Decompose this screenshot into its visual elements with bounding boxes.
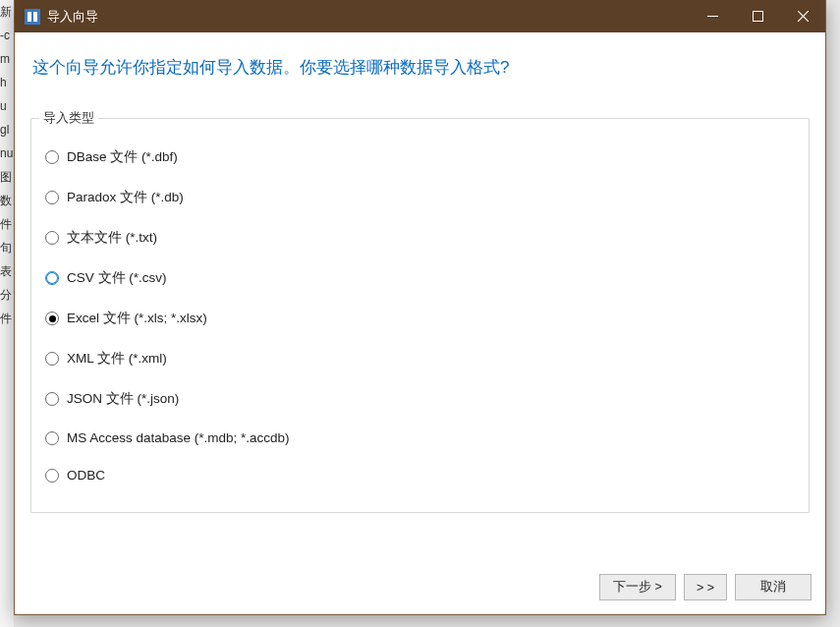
- radio-indicator[interactable]: [45, 312, 59, 325]
- radio-label: 文本文件 (*.txt): [67, 229, 157, 247]
- radio-label: MS Access database (*.mdb; *.accdb): [67, 430, 290, 445]
- skip-forward-button[interactable]: > >: [684, 574, 727, 600]
- radio-label: JSON 文件 (*.json): [67, 390, 179, 408]
- radio-indicator[interactable]: [45, 231, 59, 245]
- background-fragment: 图: [0, 165, 14, 189]
- radio-option[interactable]: 文本文件 (*.txt): [45, 219, 795, 256]
- close-icon: [798, 11, 809, 22]
- radio-indicator[interactable]: [45, 469, 59, 483]
- radio-option[interactable]: CSV 文件 (*.csv): [45, 259, 795, 297]
- title-bar: 导入向导: [15, 0, 825, 32]
- background-text-sliver: 新-cmhuglnu图数件旬表分件: [0, 0, 14, 627]
- background-fragment: nu: [0, 142, 14, 165]
- radio-option[interactable]: XML 文件 (*.xml): [45, 340, 795, 377]
- radio-indicator[interactable]: [45, 352, 59, 366]
- background-fragment: 旬: [0, 236, 14, 259]
- background-fragment: 件: [0, 307, 14, 330]
- next-button[interactable]: 下一步 >: [599, 574, 676, 600]
- background-fragment: 分: [0, 283, 14, 307]
- radio-indicator[interactable]: [45, 431, 59, 445]
- maximize-button[interactable]: [735, 0, 780, 32]
- radio-option[interactable]: Paradox 文件 (*.db): [45, 179, 795, 216]
- svg-rect-1: [753, 12, 762, 22]
- maximize-icon: [753, 11, 763, 22]
- radio-label: ODBC: [67, 468, 105, 483]
- radio-label: CSV 文件 (*.csv): [67, 269, 167, 287]
- radio-option[interactable]: JSON 文件 (*.json): [45, 380, 795, 418]
- radio-label: XML 文件 (*.xml): [67, 350, 167, 368]
- fieldset-legend: 导入类型: [39, 109, 98, 127]
- dialog-footer: 下一步 > > > 取消: [15, 564, 825, 614]
- radio-label: Paradox 文件 (*.db): [67, 189, 184, 206]
- background-fragment: 表: [0, 259, 14, 283]
- minimize-icon: [707, 11, 718, 22]
- radio-indicator[interactable]: [45, 150, 59, 164]
- radio-indicator[interactable]: [45, 191, 59, 204]
- radio-indicator[interactable]: [45, 392, 59, 406]
- dialog-content: 这个向导允许你指定如何导入数据。你要选择哪种数据导入格式? 导入类型 DBase…: [15, 32, 825, 564]
- minimize-button[interactable]: [690, 0, 735, 32]
- import-type-fieldset: 导入类型 DBase 文件 (*.dbf)Paradox 文件 (*.db)文本…: [30, 118, 810, 513]
- radio-option[interactable]: Excel 文件 (*.xls; *.xlsx): [45, 300, 795, 337]
- import-wizard-dialog: 导入向导 这个向导允许你指定如何导入数据。你要选择哪种数据导入格式? 导入类型 …: [14, 0, 826, 615]
- close-button[interactable]: [780, 0, 825, 32]
- background-fragment: u: [0, 94, 14, 118]
- radio-indicator[interactable]: [45, 271, 59, 285]
- radio-option[interactable]: MS Access database (*.mdb; *.accdb): [45, 421, 795, 455]
- app-icon: [25, 9, 40, 25]
- background-fragment: 新: [0, 0, 14, 24]
- background-fragment: h: [0, 71, 14, 94]
- window-title: 导入向导: [47, 8, 98, 26]
- cancel-button[interactable]: 取消: [735, 574, 812, 600]
- radio-option[interactable]: DBase 文件 (*.dbf): [45, 139, 795, 176]
- background-fragment: -c: [0, 24, 14, 47]
- wizard-heading: 这个向导允许你指定如何导入数据。你要选择哪种数据导入格式?: [32, 56, 808, 79]
- background-fragment: 数: [0, 189, 14, 212]
- background-fragment: gl: [0, 118, 14, 142]
- radio-label: Excel 文件 (*.xls; *.xlsx): [67, 310, 207, 327]
- radio-option[interactable]: ODBC: [45, 458, 795, 492]
- radio-label: DBase 文件 (*.dbf): [67, 148, 178, 166]
- background-fragment: m: [0, 47, 14, 71]
- background-fragment: 件: [0, 212, 14, 236]
- svg-rect-0: [707, 16, 718, 17]
